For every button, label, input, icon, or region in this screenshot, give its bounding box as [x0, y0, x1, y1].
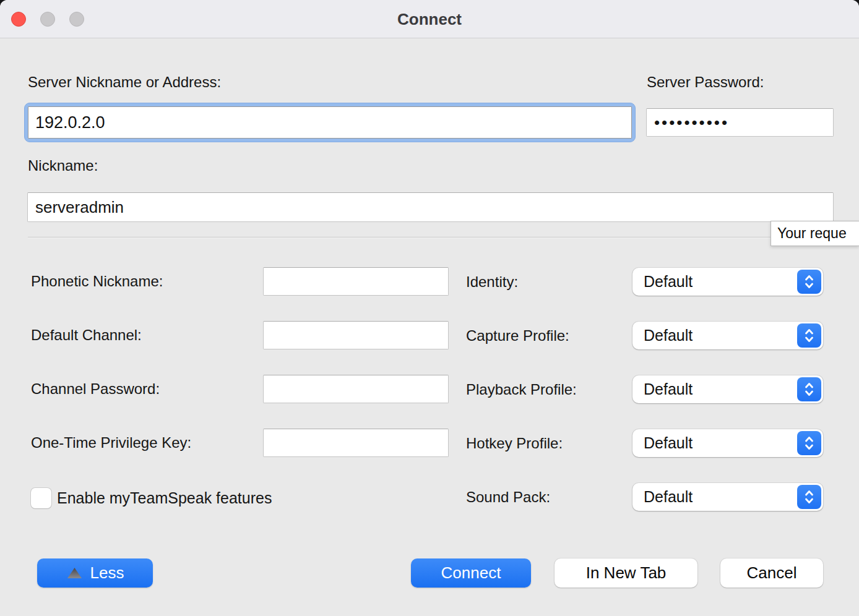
in-new-tab-button[interactable]: In New Tab: [555, 558, 697, 588]
less-button-label: Less: [90, 563, 124, 583]
updown-stepper-icon: [797, 270, 821, 294]
connect-dialog: Connect Server Nickname or Address: Serv…: [0, 0, 859, 616]
nickname-input[interactable]: [27, 192, 834, 222]
in-new-tab-button-label: In New Tab: [586, 563, 667, 583]
myteamspeak-checkbox-label: Enable myTeamSpeak features: [57, 489, 272, 507]
channel-password-input[interactable]: [263, 375, 449, 403]
capture-profile-popup[interactable]: Default: [632, 322, 823, 349]
sound-pack-popup[interactable]: Default: [632, 483, 823, 511]
sound-pack-popup-value: Default: [632, 488, 797, 506]
capture-profile-popup-value: Default: [632, 327, 797, 344]
privilege-key-input[interactable]: [263, 429, 449, 457]
tooltip: Your reque: [771, 221, 859, 246]
server-password-label: Server Password:: [647, 74, 764, 91]
tooltip-text: Your reque: [777, 225, 847, 241]
nickname-label: Nickname:: [28, 157, 98, 174]
default-channel-input[interactable]: [263, 321, 449, 349]
cancel-button[interactable]: Cancel: [720, 558, 823, 588]
connect-button-label: Connect: [441, 563, 501, 583]
channel-password-label: Channel Password:: [31, 380, 160, 398]
myteamspeak-checkbox[interactable]: [31, 488, 51, 508]
triangle-up-icon: [66, 567, 83, 580]
connect-button[interactable]: Connect: [411, 558, 531, 588]
titlebar: Connect: [0, 0, 859, 38]
playback-profile-popup-value: Default: [632, 380, 797, 398]
hotkey-profile-label: Hotkey Profile:: [466, 435, 563, 452]
server-address-label: Server Nickname or Address:: [28, 74, 221, 91]
updown-stepper-icon: [797, 323, 821, 348]
identity-popup-value: Default: [632, 273, 797, 291]
default-channel-label: Default Channel:: [31, 327, 142, 344]
identity-popup[interactable]: Default: [632, 268, 823, 296]
hotkey-profile-popup-value: Default: [632, 434, 797, 452]
phonetic-nickname-label: Phonetic Nickname:: [31, 273, 163, 290]
server-password-input[interactable]: [646, 108, 834, 137]
cancel-button-label: Cancel: [747, 563, 797, 583]
less-button[interactable]: Less: [37, 558, 153, 588]
section-divider: [28, 237, 833, 238]
privilege-key-label: One-Time Privilege Key:: [31, 434, 191, 451]
playback-profile-popup[interactable]: Default: [632, 375, 823, 403]
hotkey-profile-popup[interactable]: Default: [632, 429, 823, 457]
updown-stepper-icon: [797, 431, 821, 455]
phonetic-nickname-input[interactable]: [263, 267, 449, 296]
server-address-input[interactable]: [28, 106, 632, 139]
updown-stepper-icon: [797, 377, 821, 401]
window-title: Connect: [0, 0, 859, 38]
playback-profile-label: Playback Profile:: [466, 381, 577, 398]
server-address-focus-ring: [24, 103, 636, 142]
updown-stepper-icon: [797, 485, 821, 509]
sound-pack-label: Sound Pack:: [466, 489, 550, 506]
capture-profile-label: Capture Profile:: [466, 327, 569, 344]
identity-label: Identity:: [466, 273, 518, 291]
